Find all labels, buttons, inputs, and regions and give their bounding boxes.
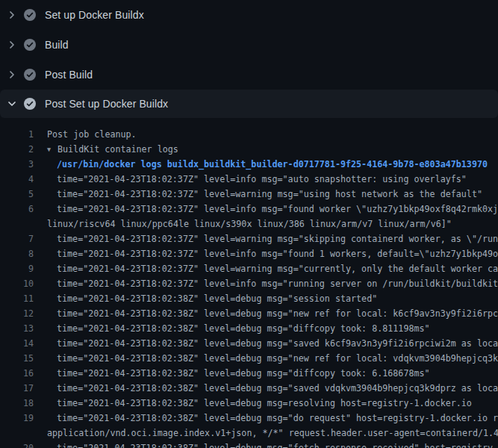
chevron-down-icon	[6, 98, 18, 110]
log-line-number[interactable]: 4	[0, 172, 34, 187]
log-line-text: time="2021-04-23T18:02:37Z" level=info m…	[34, 246, 498, 261]
log-line-number[interactable]: 6	[0, 202, 34, 217]
log-line-text: time="2021-04-23T18:02:38Z" level=debug …	[34, 351, 498, 366]
log-line-text: time="2021-04-23T18:02:38Z" level=debug …	[34, 441, 498, 448]
log-line-text: time="2021-04-23T18:02:38Z" level=debug …	[34, 411, 498, 426]
log-line-text: application/vnd.oci.image.index.v1+json,…	[34, 426, 498, 441]
check-circle-icon	[24, 9, 36, 21]
log-row: 9time="2021-04-23T18:02:37Z" level=warni…	[0, 261, 498, 276]
log-line-number	[0, 426, 34, 441]
log-group-label: BuildKit container logs	[57, 144, 178, 155]
log-line-text: ▼BuildKit container logs	[34, 142, 178, 157]
log-line-text: time="2021-04-23T18:02:38Z" level=debug …	[34, 306, 498, 321]
log-line-text: time="2021-04-23T18:02:38Z" level=debug …	[34, 381, 498, 396]
log-row: 8time="2021-04-23T18:02:37Z" level=info …	[0, 246, 498, 261]
log-line-text: time="2021-04-23T18:02:38Z" level=debug …	[34, 336, 498, 351]
log-line-number[interactable]: 5	[0, 187, 34, 202]
log-line-text: /usr/bin/docker logs buildx_buildkit_bui…	[34, 157, 488, 172]
log-line-text: time="2021-04-23T18:02:38Z" level=debug …	[34, 321, 430, 336]
chevron-right-icon	[6, 39, 18, 51]
log-row: 19time="2021-04-23T18:02:38Z" level=debu…	[0, 411, 498, 426]
log-line-number[interactable]: 16	[0, 366, 34, 381]
log-line-number[interactable]: 9	[0, 261, 34, 276]
log-row: 13time="2021-04-23T18:02:38Z" level=debu…	[0, 321, 498, 336]
log-line-text: linux/riscv64 linux/ppc64le linux/s390x …	[34, 217, 452, 231]
steps-list: Set up Docker BuildxBuildPost BuildPost …	[0, 0, 498, 118]
log-line-text: time="2021-04-23T18:02:37Z" level=warnin…	[34, 261, 498, 276]
step-title: Post Set up Docker Buildx	[45, 98, 168, 110]
log-row: application/vnd.oci.image.index.v1+json,…	[0, 426, 498, 441]
log-line-number[interactable]: 12	[0, 306, 34, 321]
log-line-number[interactable]: 1	[0, 127, 34, 142]
log-line-text: time="2021-04-23T18:02:37Z" level=warnin…	[34, 187, 482, 202]
log-row: 14time="2021-04-23T18:02:38Z" level=debu…	[0, 336, 498, 351]
log-line-number[interactable]: 20	[0, 441, 34, 448]
log-row: 3/usr/bin/docker logs buildx_buildkit_bu…	[0, 157, 498, 172]
log-line-text: time="2021-04-23T18:02:37Z" level=info m…	[34, 276, 498, 291]
log-line-number	[0, 217, 34, 231]
log-row: 4time="2021-04-23T18:02:37Z" level=info …	[0, 172, 498, 187]
log-row: 5time="2021-04-23T18:02:37Z" level=warni…	[0, 187, 498, 202]
chevron-right-icon	[6, 69, 18, 81]
log-row: 16time="2021-04-23T18:02:38Z" level=debu…	[0, 366, 498, 381]
log-row: 20time="2021-04-23T18:02:38Z" level=debu…	[0, 441, 498, 448]
log-line-number[interactable]: 2	[0, 142, 34, 157]
log-row: linux/riscv64 linux/ppc64le linux/s390x …	[0, 217, 498, 231]
log-line-number[interactable]: 7	[0, 231, 34, 246]
log-line-text: Post job cleanup.	[34, 127, 137, 142]
triangle-down-icon[interactable]: ▼	[47, 142, 57, 157]
check-circle-icon	[24, 39, 36, 51]
log-row: 11time="2021-04-23T18:02:38Z" level=debu…	[0, 291, 498, 306]
log-line-number[interactable]: 14	[0, 336, 34, 351]
log-line-text: time="2021-04-23T18:02:37Z" level=warnin…	[34, 231, 498, 246]
log-line-text: time="2021-04-23T18:02:37Z" level=info m…	[34, 202, 498, 217]
check-circle-icon	[24, 98, 36, 110]
step-header-build[interactable]: Build	[0, 30, 498, 60]
log-line-number[interactable]: 8	[0, 246, 34, 261]
log-lines: 1Post job cleanup.2▼BuildKit container l…	[0, 118, 498, 448]
chevron-right-icon	[6, 9, 18, 21]
log-line-number[interactable]: 15	[0, 351, 34, 366]
step-title: Set up Docker Buildx	[45, 9, 144, 21]
log-line-text: time="2021-04-23T18:02:38Z" level=debug …	[34, 291, 377, 306]
step-header-post-set-up-docker-buildx[interactable]: Post Set up Docker Buildx	[0, 90, 498, 118]
log-line-number[interactable]: 18	[0, 396, 34, 411]
log-line-text: time="2021-04-23T18:02:38Z" level=debug …	[34, 366, 430, 381]
step-header-post-build[interactable]: Post Build	[0, 60, 498, 90]
log-row: 10time="2021-04-23T18:02:37Z" level=info…	[0, 276, 498, 291]
check-circle-icon	[24, 69, 36, 81]
log-row: 1Post job cleanup.	[0, 127, 498, 142]
step-title: Build	[45, 39, 69, 51]
step-title: Post Build	[45, 69, 93, 81]
log-row: 18time="2021-04-23T18:02:38Z" level=debu…	[0, 396, 498, 411]
log-row: 7time="2021-04-23T18:02:37Z" level=warni…	[0, 231, 498, 246]
log-line-number[interactable]: 3	[0, 157, 34, 172]
step-header-set-up-docker-buildx[interactable]: Set up Docker Buildx	[0, 0, 498, 30]
log-row: 6time="2021-04-23T18:02:37Z" level=info …	[0, 202, 498, 217]
log-line-number[interactable]: 19	[0, 411, 34, 426]
log-row: 12time="2021-04-23T18:02:38Z" level=debu…	[0, 306, 498, 321]
log-row: 15time="2021-04-23T18:02:38Z" level=debu…	[0, 351, 498, 366]
log-line-number[interactable]: 13	[0, 321, 34, 336]
log-line-number[interactable]: 10	[0, 276, 34, 291]
log-line-number[interactable]: 11	[0, 291, 34, 306]
log-line-text: time="2021-04-23T18:02:37Z" level=info m…	[34, 172, 467, 187]
log-line-text: time="2021-04-23T18:02:38Z" level=debug …	[34, 396, 472, 411]
log-line-number[interactable]: 17	[0, 381, 34, 396]
log-row: 17time="2021-04-23T18:02:38Z" level=debu…	[0, 381, 498, 396]
log-row: 2▼BuildKit container logs	[0, 142, 498, 157]
